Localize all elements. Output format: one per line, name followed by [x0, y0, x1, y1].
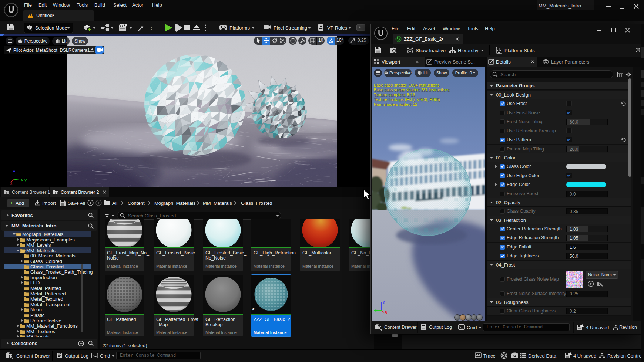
svg-text:Z: Z: [383, 300, 385, 305]
svg-text:x: x: [10, 181, 12, 185]
svg-text:X: X: [385, 310, 388, 314]
svg-text:Y: Y: [24, 179, 27, 183]
